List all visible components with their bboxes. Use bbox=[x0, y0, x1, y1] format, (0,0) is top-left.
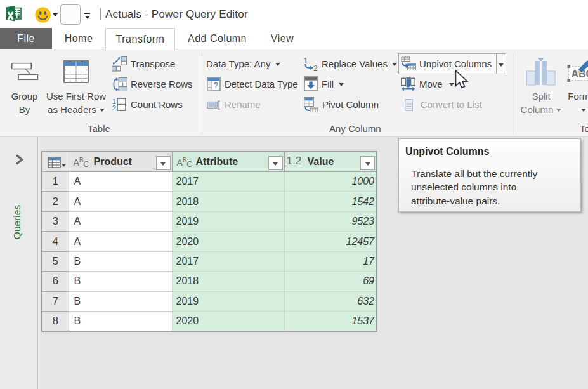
svg-text:2: 2 bbox=[313, 64, 318, 72]
svg-text:?: ? bbox=[214, 81, 218, 90]
svg-text:2: 2 bbox=[112, 104, 116, 111]
